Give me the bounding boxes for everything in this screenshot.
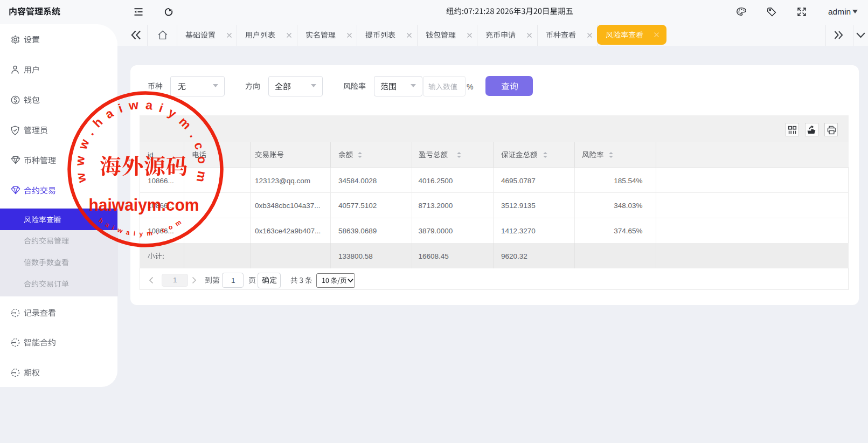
- svg-text:haiwaiym.com: haiwaiym.com: [97, 217, 183, 238]
- svg-text:haiwaiym.com: haiwaiym.com: [89, 195, 199, 214]
- svg-text:www.haiwaiym.com: www.haiwaiym.com: [73, 98, 210, 185]
